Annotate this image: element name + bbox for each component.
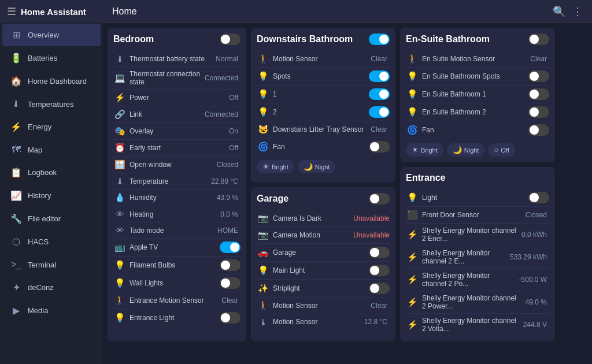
downstairs-toggle[interactable] — [369, 34, 390, 45]
garage-header: Garage — [257, 193, 390, 205]
row-icon: 💻 — [113, 73, 126, 83]
row-label: Shelly Energy Monitor channel 2 Po... — [422, 272, 515, 288]
sidebar-item-terminal[interactable]: >_ Terminal — [2, 254, 101, 276]
row-icon: 🎭 — [113, 126, 126, 136]
row-label: Camera Motion — [273, 231, 350, 239]
sidebar-nav: ⊞ Overview 🔋 Batteries 🏠 Home Dashboard … — [0, 23, 103, 322]
btn-night[interactable]: 🌙Night — [298, 160, 336, 173]
sidebar-label-batteries: Batteries — [28, 54, 57, 62]
btn-label: Night — [464, 147, 479, 154]
sidebar-item-overview[interactable]: ⊞ Overview — [2, 24, 101, 46]
sidebar-item-deconz[interactable]: ✦ deConz — [2, 276, 101, 299]
row-icon: ⚡ — [406, 297, 419, 307]
table-row: 📷 Camera Motion Unavailable — [257, 227, 390, 244]
table-row: ⬛ Front Door Sensor Closed — [406, 207, 549, 224]
row-icon: 🚗 — [257, 247, 269, 258]
sidebar-label-map: Map — [28, 146, 42, 154]
table-row: 💻 Thermostat connection state Connected — [113, 67, 240, 90]
row-icon: 🌡 — [257, 317, 269, 327]
btn-bright[interactable]: ☀Bright — [257, 160, 294, 173]
table-row: ⚡ Shelly Energy Monitor channel 2 Volta.… — [406, 314, 549, 336]
table-row: 💡 En Suite Bathroom 2 — [406, 103, 549, 121]
ensuite-toggle[interactable] — [528, 34, 549, 45]
row-toggle[interactable] — [369, 247, 390, 258]
row-toggle[interactable] — [220, 242, 240, 253]
btn-off[interactable]: ○Off — [488, 143, 515, 157]
sidebar-item-home-dashboard[interactable]: 🏠 Home Dashboard — [2, 70, 101, 92]
garage-toggle[interactable] — [369, 193, 390, 205]
sidebar-label-logbook: Logbook — [28, 168, 57, 177]
row-toggle[interactable] — [528, 106, 549, 118]
row-icon: 💡 — [257, 89, 269, 99]
row-toggle[interactable] — [528, 124, 549, 136]
row-icon: ⚡ — [113, 92, 126, 103]
row-label: Motion Sensor — [273, 302, 367, 310]
btn-night[interactable]: 🌙Night — [447, 143, 485, 157]
sidebar-label-energy: Energy — [28, 122, 51, 131]
row-label: Wall Lights — [130, 279, 216, 287]
row-value: 0.0 kWh — [521, 231, 547, 239]
table-row: 💡 2 — [257, 103, 390, 121]
sidebar: ☰ Home Assistant ⊞ Overview 🔋 Batteries … — [0, 0, 103, 364]
more-options-icon[interactable]: ⋮ — [572, 5, 583, 18]
table-row: ⚡ Power Off — [113, 90, 240, 106]
row-toggle[interactable] — [369, 141, 390, 153]
btn-bright[interactable]: ☀Bright — [406, 143, 443, 157]
sidebar-item-logbook[interactable]: 📋 Logbook — [2, 161, 101, 184]
unavailable-badge: Unavailable — [353, 214, 390, 222]
sidebar-item-energy[interactable]: ⚡ Energy — [2, 116, 101, 138]
table-row: 🐱 Downstairs Litter Tray Sensor Clear — [257, 121, 390, 138]
btn-icon: 🌙 — [453, 146, 462, 154]
row-icon: ⬛ — [406, 210, 419, 220]
row-icon: 💡 — [113, 278, 126, 288]
row-toggle[interactable] — [369, 88, 390, 100]
bedroom-title: Bedroom — [113, 34, 154, 44]
table-row: 🔗 Link Connected — [113, 106, 240, 123]
table-row: 🪟 Open window Closed — [113, 157, 240, 173]
table-row: 🚶 Entrance Motion Sensor Clear — [113, 292, 240, 309]
row-icon: 🚶 — [257, 300, 269, 311]
row-icon: 🚶 — [113, 295, 126, 306]
row-value: Connected — [205, 74, 238, 82]
sidebar-item-batteries[interactable]: 🔋 Batteries — [2, 47, 101, 69]
row-toggle[interactable] — [220, 312, 240, 324]
sidebar-item-hacs[interactable]: ⬡ HACS — [2, 231, 101, 253]
row-icon: 💡 — [406, 89, 419, 99]
row-label: Entrance Motion Sensor — [130, 296, 218, 304]
row-label: Shelly Energy Monitor channel 2 Volta... — [422, 317, 520, 333]
row-label: Shelly Energy Monitor channel 2 Power... — [422, 294, 522, 310]
row-toggle[interactable] — [220, 277, 240, 289]
row-value: On — [229, 127, 238, 135]
sidebar-icon-file-editor: 🔧 — [10, 213, 22, 224]
row-toggle[interactable] — [528, 70, 549, 82]
table-row: 💡 En Suite Bathroom Spots — [406, 68, 549, 86]
btn-label: Bright — [421, 147, 438, 154]
row-toggle[interactable] — [369, 265, 390, 276]
row-toggle[interactable] — [369, 283, 390, 294]
bedroom-toggle[interactable] — [220, 34, 240, 45]
row-icon: 💡 — [406, 192, 419, 203]
row-toggle[interactable] — [528, 88, 549, 100]
row-toggle[interactable] — [220, 259, 240, 271]
sidebar-item-temperatures[interactable]: 🌡 Temperatures — [2, 93, 101, 115]
sidebar-icon-energy: ⚡ — [10, 121, 22, 132]
sidebar-item-map[interactable]: 🗺 Map — [2, 139, 101, 161]
sidebar-item-media[interactable]: ▶ Media — [2, 299, 101, 322]
menu-icon[interactable]: ☰ — [7, 5, 16, 18]
row-value: Connected — [205, 110, 238, 118]
table-row: 🌀 Fan — [257, 138, 390, 155]
row-value: Closed — [526, 211, 547, 219]
row-toggle[interactable] — [369, 106, 390, 118]
search-icon[interactable]: 🔍 — [553, 5, 565, 18]
sidebar-item-history[interactable]: 📈 History — [2, 184, 101, 207]
sidebar-icon-batteries: 🔋 — [10, 53, 22, 64]
sidebar-item-file-editor[interactable]: 🔧 File editor — [2, 207, 101, 230]
row-toggle[interactable] — [528, 192, 549, 203]
row-toggle[interactable] — [369, 70, 390, 82]
header-actions: 🔍 ⋮ — [553, 5, 583, 18]
page-title: Home — [112, 6, 553, 17]
row-label: Main Light — [273, 266, 365, 274]
btn-icon: ☀ — [412, 146, 419, 154]
table-row: ✨ Striplight — [257, 280, 390, 298]
bedroom-card: Bedroom 🌡 Thermostat battery state Norma… — [108, 28, 246, 341]
